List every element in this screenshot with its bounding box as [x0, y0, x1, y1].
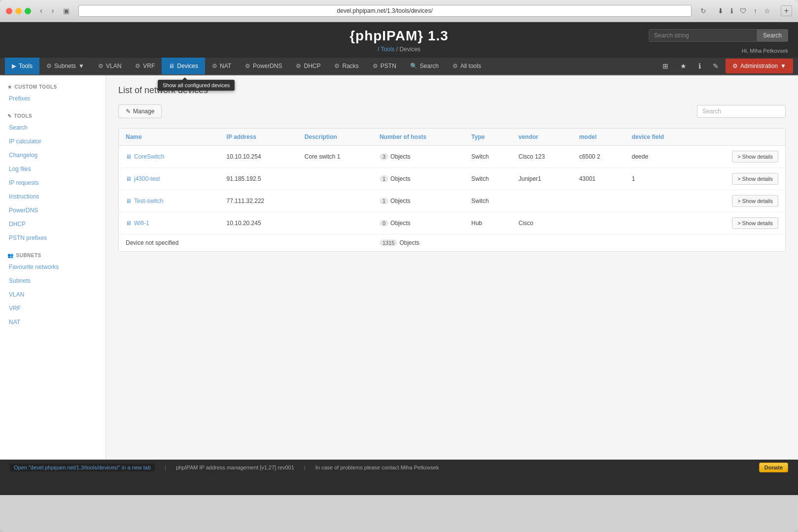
nav-racks[interactable]: ⚙ Racks [327, 58, 365, 74]
browser-window: ‹ › ▣ devel.phpipam.net/1.3/tools/device… [0, 0, 798, 532]
table-row: 🖥 Test-switch 77.111.32.222 1 Objects Sw… [119, 190, 785, 212]
shield-icon[interactable]: 🛡 [737, 6, 749, 16]
nav-powerdns[interactable]: ⚙ PowerDNS [238, 58, 289, 74]
count-label-2: Objects [390, 198, 411, 204]
cell-vendor-0: Cisco 123 [512, 146, 572, 168]
col-actions [694, 129, 785, 146]
reader-view-button[interactable]: ▣ [60, 5, 72, 16]
forward-button[interactable]: › [48, 5, 57, 16]
sidebar-item-dhcp[interactable]: DHCP [0, 217, 105, 231]
count-badge-2: 1 [380, 198, 388, 204]
sidebar-item-nat[interactable]: NAT [0, 315, 105, 329]
grid-view-button[interactable]: ⊞ [658, 58, 673, 74]
count-label-0: Objects [390, 153, 411, 160]
favorites-button[interactable]: ★ [675, 58, 692, 74]
device-link-0[interactable]: 🖥 CoreSwitch [126, 153, 213, 160]
refresh-button[interactable]: ↻ [697, 6, 709, 16]
nav-vlan[interactable]: ⚙ VLAN [91, 58, 128, 74]
nav-search-label: Search [420, 63, 439, 69]
cell-type-3: Hub [464, 212, 512, 234]
minimize-window-button[interactable] [15, 8, 22, 14]
share-icon[interactable]: ↑ [751, 6, 760, 16]
edit-button[interactable]: ✎ [708, 58, 724, 74]
sidebar-item-prefixes[interactable]: Prefixes [0, 92, 105, 105]
sidebar-item-ip-calculator[interactable]: IP calculator [0, 134, 105, 148]
content-search-input[interactable] [697, 105, 786, 118]
sidebar-item-search[interactable]: Search [0, 121, 105, 134]
browser-toolbar-icons: ⬇ ℹ 🛡 ↑ ☆ [715, 6, 773, 16]
admin-button[interactable]: ⚙ Administration ▼ [726, 59, 793, 73]
device-link-3[interactable]: 🖥 Wifi-1 [126, 220, 213, 227]
cell-actions-2: > Show details [694, 190, 785, 212]
sidebar-item-log-files[interactable]: Log files [0, 162, 105, 176]
nav-dhcp[interactable]: ⚙ DHCP [289, 58, 327, 74]
header-search-input[interactable] [649, 29, 757, 42]
custom-tools-title: ★ CUSTOM TOOLS [0, 80, 105, 92]
tools-nav-icon: ▶ [12, 63, 16, 69]
device-icon-1: 🖥 [126, 175, 132, 182]
back-button[interactable]: ‹ [37, 5, 45, 16]
manage-button[interactable]: ✎ Manage [118, 104, 162, 118]
cell-hosts-0: 3 Objects [373, 146, 464, 168]
devices-nav-icon: 🖥 [169, 63, 174, 69]
cell-ip-3: 10.10.20.245 [220, 212, 298, 234]
sidebar-item-powerdns[interactable]: PowerDNS [0, 203, 105, 217]
close-window-button[interactable] [6, 8, 12, 14]
cell-model-0: c6500 2 [572, 146, 625, 168]
breadcrumb-tools[interactable]: Tools [381, 46, 394, 53]
nav-pstn[interactable]: ⚙ PSTN [366, 58, 403, 74]
device-link-1[interactable]: 🖥 j4300-test [126, 175, 213, 182]
nav-subnets[interactable]: ⚙ Subnets ▼ [39, 58, 91, 74]
footer-app-info: phpIPAM IP address management [v1.27] re… [176, 465, 294, 470]
sidebar-item-ip-requests[interactable]: IP requests [0, 176, 105, 190]
new-tab-button[interactable]: + [781, 5, 792, 16]
device-link-2[interactable]: 🖥 Test-switch [126, 198, 213, 204]
vrf-nav-icon: ⚙ [135, 63, 140, 69]
nav-all-tools[interactable]: ⚙ All tools [446, 58, 488, 74]
bookmark-icon[interactable]: ☆ [762, 6, 773, 16]
sidebar-item-instructions[interactable]: Instructions [0, 190, 105, 203]
nav-tools[interactable]: ▶ Tools [5, 58, 39, 74]
donate-button[interactable]: Donate [759, 463, 788, 472]
nav-search[interactable]: 🔍 Search [403, 58, 446, 74]
navbar-right-controls: ⊞ ★ ℹ ✎ ⚙ Administration ▼ [658, 58, 793, 74]
show-details-button-2[interactable]: > Show details [732, 195, 778, 207]
nav-nat[interactable]: ⚙ NAT [205, 58, 238, 74]
download-icon[interactable]: ⬇ [715, 6, 726, 16]
sidebar-item-favourite-networks[interactable]: Favourite networks [0, 260, 105, 274]
cell-vendor-1: Juniper1 [512, 168, 572, 190]
info-icon[interactable]: ℹ [728, 6, 735, 16]
powerdns-nav-icon: ⚙ [245, 63, 250, 69]
show-details-button-3[interactable]: > Show details [732, 217, 778, 229]
sidebar-item-vlan[interactable]: VLAN [0, 288, 105, 301]
header-search-button[interactable]: Search [757, 29, 788, 42]
nav-vrf[interactable]: ⚙ VRF [128, 58, 162, 74]
footer-contact: In case of problems please contact Miha … [315, 465, 439, 470]
nav-devices[interactable]: 🖥 Devices [162, 58, 205, 74]
cell-device-field-0: deede [625, 146, 694, 168]
main-layout: ★ CUSTOM TOOLS Prefixes ✎ TOOLS Search I… [0, 75, 798, 460]
cell-vendor-2 [512, 190, 572, 212]
maximize-window-button[interactable] [25, 8, 31, 14]
sidebar-item-vrf[interactable]: VRF [0, 301, 105, 315]
show-details-button-1[interactable]: > Show details [732, 173, 778, 185]
col-vendor: vendor [512, 129, 572, 146]
footer-divider-1: | [165, 465, 166, 470]
cell-type-1: Switch [464, 168, 512, 190]
col-description: Description [298, 129, 373, 146]
sidebar-item-changelog[interactable]: Changelog [0, 148, 105, 162]
unassigned-count-label: Objects [399, 239, 419, 246]
host-count-2: 1 Objects [380, 198, 411, 204]
nav-powerdns-label: PowerDNS [253, 63, 282, 69]
address-bar[interactable]: devel.phpipam.net/1.3/tools/devices/ [78, 5, 692, 17]
show-details-button-0[interactable]: > Show details [732, 151, 778, 163]
sidebar-item-subnets[interactable]: Subnets [0, 274, 105, 288]
devices-table-container: Name IP address Description Number of ho… [118, 128, 786, 252]
help-button[interactable]: ℹ [694, 58, 706, 74]
footer-url-link[interactable]: Open "devel.phpipam.net/1.3/tools/device… [10, 464, 155, 471]
header-search-form: Search [649, 29, 788, 42]
manage-label: Manage [133, 108, 154, 115]
main-navbar: ▶ Tools ⚙ Subnets ▼ ⚙ VLAN ⚙ VRF 🖥 Devic… [0, 58, 798, 75]
sidebar-item-pstn-prefixes[interactable]: PSTN prefixes [0, 231, 105, 245]
unassigned-description [298, 234, 373, 252]
